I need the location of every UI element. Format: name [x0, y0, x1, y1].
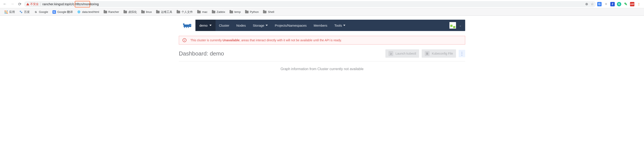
svg-rect-11: [189, 24, 191, 27]
top-nav: demo ClusterNodesStorageProjects/Namespa…: [179, 20, 465, 31]
folder-icon: [263, 11, 266, 13]
evernote-ext-icon[interactable]: ✎: [624, 2, 628, 6]
separator: [40, 2, 41, 6]
chevron-down-icon: [266, 25, 268, 26]
back-button[interactable]: ←: [2, 1, 8, 7]
cluster-selector[interactable]: demo: [196, 20, 216, 31]
folder-icon: [197, 11, 201, 13]
svg-rect-4: [6, 12, 6, 12]
bookmark-label: temp: [234, 10, 241, 14]
more-actions-button[interactable]: ⋮: [459, 50, 465, 57]
folder-icon: [104, 11, 107, 13]
divider: [179, 61, 465, 62]
abp-ext-icon[interactable]: ABP: [630, 2, 634, 6]
bookmark-label: Rancher: [108, 10, 119, 14]
svg-rect-2: [7, 10, 8, 11]
nav-link-members[interactable]: Members: [310, 20, 331, 31]
terminal-icon: ≥: [388, 51, 393, 56]
google-icon: G: [34, 10, 38, 14]
gtranslate-ext-icon[interactable]: G: [597, 2, 602, 6]
browser-toolbar: ← → ⟳ 不安全 rancher.kingsd.top/c/c-hftcn/m…: [0, 0, 644, 8]
reload-button[interactable]: ⟳: [16, 1, 23, 7]
svg-rect-13: [184, 27, 185, 28]
bookmark-item[interactable]: GGoogle 翻译: [51, 9, 74, 15]
svg-rect-14: [186, 27, 187, 28]
bookmark-label: data:text/html: [82, 10, 99, 14]
bookmark-item[interactable]: Shell: [262, 10, 276, 14]
bookmark-item[interactable]: 虚拟化: [122, 9, 138, 15]
folder-icon: [245, 11, 248, 13]
ext-z-icon[interactable]: Z: [610, 2, 615, 6]
bookmark-item[interactable]: GGoogle: [33, 10, 50, 15]
svg-rect-9: [184, 24, 189, 27]
bookmarks-bar: 应用 🐾百度GGoogleGGoogle 翻译🌐data:text/htmlRa…: [0, 8, 644, 16]
svg-rect-8: [7, 13, 8, 14]
file-icon: 🗎: [425, 51, 430, 56]
bookmark-label: Google: [39, 10, 48, 14]
bookmark-item[interactable]: linux: [140, 10, 153, 14]
baidu-icon: 🐾: [19, 10, 23, 14]
svg-rect-5: [7, 12, 8, 12]
page-title: Dashboard: demo: [179, 50, 224, 57]
nav-link-label: Tools: [334, 24, 342, 27]
zoom-icon[interactable]: ⊕: [585, 2, 588, 6]
bookmark-item[interactable]: 🐾百度: [18, 9, 31, 15]
url-text: rancher.kingsd.top/c/c-hftcn/monitoring: [42, 2, 99, 6]
nav-link-label: Cluster: [219, 24, 230, 27]
bookmark-label: 个人文件: [182, 10, 193, 14]
bookmark-item[interactable]: temp: [228, 10, 242, 14]
bookmark-label: 虚拟化: [128, 10, 137, 14]
bookmark-label: Python: [250, 10, 258, 14]
svg-rect-7: [6, 13, 6, 14]
bookmark-label: 百度: [24, 10, 30, 14]
ext-icon-misc[interactable]: ⋮: [636, 2, 641, 6]
extensions-area: G ✕ Z G ✎ ABP ⋮: [597, 2, 642, 6]
bookmark-item[interactable]: 运维工具: [155, 9, 174, 15]
bookmark-item[interactable]: 🌐data:text/html: [76, 10, 100, 15]
svg-point-12: [190, 25, 190, 26]
folder-icon: [124, 11, 127, 13]
cluster-name: demo: [199, 24, 208, 27]
bookmark-item[interactable]: Python: [244, 10, 260, 14]
folder-icon: [177, 11, 180, 13]
alert-text: This cluster is currently Unavailable; a…: [190, 38, 342, 42]
dashboard-header: Dashboard: demo ≥ Launch kubectl 🗎 Kubec…: [179, 49, 465, 58]
svg-rect-15: [188, 27, 189, 28]
nav-link-label: Storage: [253, 24, 264, 27]
graph-unavailable-message: Graph information from Cluster currently…: [179, 67, 465, 71]
not-secure-badge: 不安全: [26, 2, 39, 6]
bookmark-item[interactable]: Zabbix: [210, 10, 226, 14]
bookmark-label: Zabbix: [217, 10, 225, 14]
bookmark-item[interactable]: 个人文件: [175, 9, 194, 15]
nav-link-storage[interactable]: Storage: [249, 20, 271, 31]
bookmark-item[interactable]: Rancher: [102, 10, 120, 14]
alert-banner: i This cluster is currently Unavailable;…: [179, 36, 465, 44]
address-bar[interactable]: 不安全 rancher.kingsd.top/c/c-hftcn/monitor…: [24, 1, 596, 7]
launch-kubectl-button: ≥ Launch kubectl: [386, 49, 419, 58]
nav-link-cluster[interactable]: Cluster: [216, 20, 233, 31]
bookmark-item[interactable]: mac: [196, 10, 209, 14]
rancher-logo[interactable]: [179, 20, 196, 31]
forward-button[interactable]: →: [9, 1, 15, 7]
folder-icon: [230, 11, 233, 13]
grammarly-ext-icon[interactable]: G: [617, 2, 621, 6]
nav-link-projects-namespaces[interactable]: Projects/Namespaces: [271, 20, 310, 31]
nav-link-tools[interactable]: Tools: [331, 20, 349, 31]
bookmark-label: linux: [146, 10, 152, 14]
bookmark-label: Shell: [268, 10, 274, 14]
ext-icon[interactable]: ✕: [604, 2, 608, 6]
svg-rect-10: [183, 24, 184, 25]
folder-icon: [212, 11, 215, 13]
chevron-down-icon: ⌄: [458, 24, 463, 27]
folder-icon: [156, 11, 160, 13]
info-icon: i: [182, 38, 186, 42]
nav-link-label: Members: [314, 24, 328, 27]
svg-rect-6: [4, 13, 5, 14]
nav-link-nodes[interactable]: Nodes: [233, 20, 249, 31]
apps-button[interactable]: 应用: [3, 9, 16, 15]
globe-icon: 🌐: [77, 10, 81, 14]
button-label: Kubeconfig File: [432, 52, 453, 55]
star-icon[interactable]: ☆: [591, 2, 594, 6]
user-menu[interactable]: ⌄: [447, 20, 465, 31]
rancher-logo-icon: [183, 22, 192, 28]
